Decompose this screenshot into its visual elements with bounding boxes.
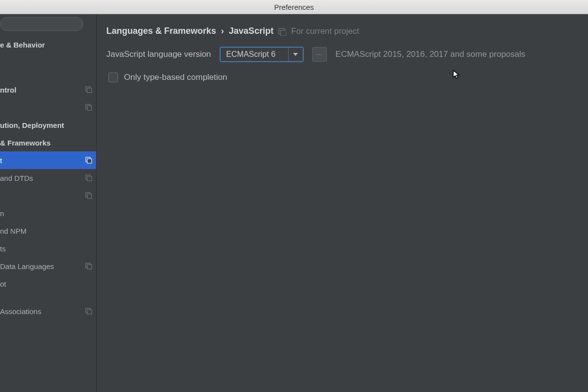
titlebar: Preferences xyxy=(0,0,588,14)
breadcrumb-separator: › xyxy=(221,26,224,36)
breadcrumb-parent[interactable]: Languages & Frameworks xyxy=(106,26,216,36)
language-version-value: ECMAScript 6 xyxy=(220,48,288,61)
svg-rect-1 xyxy=(87,88,92,93)
sidebar-item-13[interactable]: ot xyxy=(0,275,96,293)
project-scope-icon xyxy=(85,192,92,199)
sidebar-item-label: Data Languages xyxy=(0,262,85,270)
svg-rect-11 xyxy=(87,265,92,269)
sidebar-item-10[interactable]: nd NPM xyxy=(0,222,96,240)
sidebar-item-label: t xyxy=(0,156,85,165)
sidebar-item-0[interactable]: e & Behavior xyxy=(0,36,96,53)
sidebar-item-6[interactable]: t xyxy=(0,151,96,169)
language-version-hint: ECMAScript 2015, 2016, 2017 and some pro… xyxy=(336,49,525,59)
type-based-completion-checkbox[interactable] xyxy=(108,73,118,82)
sidebar-item-label: ot xyxy=(0,280,96,288)
sidebar-item-5[interactable]: & Frameworks xyxy=(0,134,96,151)
sidebar-item-label: n xyxy=(0,209,96,218)
svg-rect-15 xyxy=(281,30,286,35)
type-based-completion-label: Only type-based completion xyxy=(124,73,227,82)
sidebar-item-3[interactable] xyxy=(0,98,96,116)
sidebar-item-9[interactable]: n xyxy=(0,204,96,222)
svg-rect-5 xyxy=(87,159,92,163)
project-scope-icon xyxy=(85,174,92,181)
settings-tree: e & Behaviorntrolution, Deployment & Fra… xyxy=(0,36,96,392)
sidebar-item-11[interactable]: ts xyxy=(0,240,96,257)
breadcrumb: Languages & Frameworks › JavaScript For … xyxy=(106,26,588,36)
project-scope-icon xyxy=(278,28,286,35)
tree-spacer xyxy=(0,71,96,81)
sidebar-item-label: ntrol xyxy=(0,86,85,94)
sidebar-item-7[interactable]: and DTDs xyxy=(0,169,96,187)
project-scope-icon xyxy=(85,157,92,164)
sidebar-item-label: ution, Deployment xyxy=(0,121,96,129)
breadcrumb-current: JavaScript xyxy=(229,26,273,36)
sidebar-item-1[interactable] xyxy=(0,53,96,71)
project-scope-icon xyxy=(85,308,92,315)
sidebar-item-label: e & Behavior xyxy=(0,41,96,49)
content-pane: Languages & Frameworks › JavaScript For … xyxy=(97,14,588,392)
sidebar-item-14[interactable]: Associations xyxy=(0,302,96,320)
body: e & Behaviorntrolution, Deployment & Fra… xyxy=(0,14,588,392)
svg-rect-3 xyxy=(87,106,92,110)
language-version-dropdown[interactable]: ECMAScript 6 xyxy=(220,47,303,62)
sidebar-item-label: ts xyxy=(0,245,96,253)
sidebar-item-2[interactable]: ntrol xyxy=(0,81,96,98)
project-scope-icon xyxy=(85,263,92,270)
language-version-more-button[interactable]: ··· xyxy=(312,47,327,62)
sidebar: e & Behaviorntrolution, Deployment & Fra… xyxy=(0,14,97,392)
sidebar-item-4[interactable]: ution, Deployment xyxy=(0,116,96,134)
svg-rect-13 xyxy=(87,310,92,314)
sidebar-item-8[interactable] xyxy=(0,187,96,204)
sidebar-item-label: & Frameworks xyxy=(0,139,96,147)
sidebar-item-label: Associations xyxy=(0,307,85,316)
breadcrumb-scope: For current project xyxy=(291,26,359,36)
sidebar-item-label: nd NPM xyxy=(0,227,96,235)
type-based-completion-row[interactable]: Only type-based completion xyxy=(106,73,588,82)
sidebar-item-label: and DTDs xyxy=(0,174,85,182)
project-scope-icon xyxy=(85,86,92,93)
project-scope-icon xyxy=(85,104,92,111)
window-title: Preferences xyxy=(274,3,314,11)
svg-rect-7 xyxy=(87,176,92,181)
svg-rect-9 xyxy=(87,194,92,198)
sidebar-item-12[interactable]: Data Languages xyxy=(0,257,96,275)
language-version-label: JavaScript language version xyxy=(106,49,211,59)
tree-spacer xyxy=(0,293,96,302)
ellipsis-icon: ··· xyxy=(316,51,322,58)
chevron-down-icon xyxy=(288,48,303,61)
search-input[interactable] xyxy=(0,17,83,31)
language-version-row: JavaScript language version ECMAScript 6… xyxy=(106,47,588,62)
search-wrap xyxy=(0,17,96,36)
